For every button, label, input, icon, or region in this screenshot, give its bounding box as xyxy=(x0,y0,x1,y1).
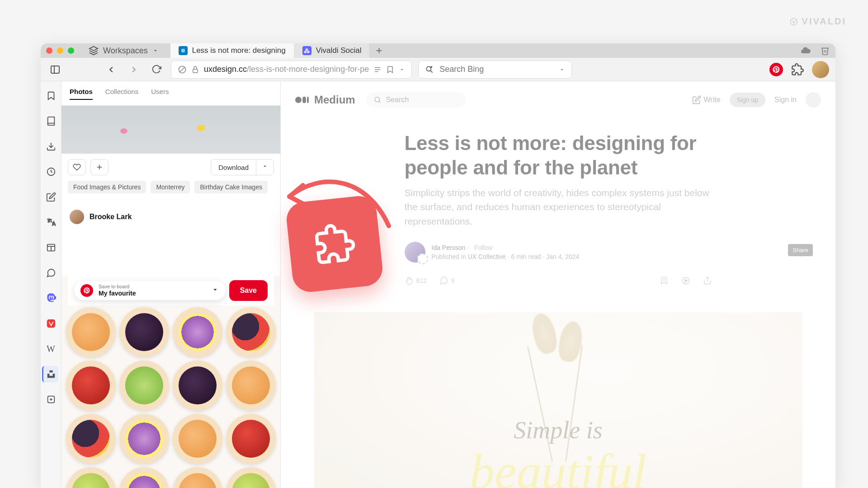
close-window-icon[interactable] xyxy=(46,47,52,54)
sessions-panel-icon[interactable] xyxy=(43,265,59,281)
download-button[interactable]: Download xyxy=(211,159,274,175)
unsplash-web-panel: Photos Collections Users Download Food I… xyxy=(61,81,281,488)
photo-author[interactable]: Brooke Lark xyxy=(61,201,280,233)
trash-icon[interactable] xyxy=(820,46,830,56)
photo-large[interactable] xyxy=(61,276,280,488)
tag-chip[interactable]: Monterrey xyxy=(151,181,190,193)
cloud-sync-icon[interactable] xyxy=(800,45,811,56)
medium-header: Medium Search Write Sign up Sign in xyxy=(281,92,835,117)
extensions-icon[interactable] xyxy=(791,63,804,76)
unsplash-tab-photos[interactable]: Photos xyxy=(70,88,93,100)
forward-button[interactable] xyxy=(126,61,142,78)
svg-point-0 xyxy=(790,18,797,25)
reload-button[interactable] xyxy=(148,61,165,78)
reader-mode-icon[interactable] xyxy=(373,66,382,74)
reading-list-panel-icon[interactable] xyxy=(43,113,59,129)
lock-icon[interactable] xyxy=(191,66,199,74)
listen-icon[interactable] xyxy=(681,276,690,285)
article-title: Less is not more: designing for people a… xyxy=(405,131,712,179)
content-blocker-icon[interactable] xyxy=(178,65,187,74)
clap-button[interactable]: 612 xyxy=(405,276,427,285)
url-text: uxdesign.cc/less-is-not-more-designing-f… xyxy=(204,65,369,74)
layers-icon xyxy=(89,46,99,56)
article-hero-image: Simple is beautiful xyxy=(314,312,802,488)
svg-line-25 xyxy=(379,101,381,103)
unsplash-panel-icon[interactable] xyxy=(42,366,58,382)
new-tab-button[interactable]: + xyxy=(370,43,388,58)
tag-chip[interactable]: Food Images & Pictures xyxy=(68,181,146,193)
history-panel-icon[interactable] xyxy=(43,164,59,180)
svg-point-24 xyxy=(375,97,380,102)
unsplash-tab-collections[interactable]: Collections xyxy=(105,88,138,100)
svg-point-12 xyxy=(431,66,432,67)
share-tooltip: Share xyxy=(788,244,813,256)
svg-marker-29 xyxy=(685,279,687,282)
avatar xyxy=(70,210,84,224)
medium-logo[interactable]: Medium xyxy=(295,94,355,106)
search-engine-icon xyxy=(425,65,434,74)
unsplash-tab-users[interactable]: Users xyxy=(151,88,169,100)
write-button[interactable]: Write xyxy=(692,95,721,104)
workspaces-menu[interactable]: Workspaces xyxy=(89,46,159,56)
search-input[interactable] xyxy=(439,65,553,74)
signup-button[interactable]: Sign up xyxy=(730,93,765,107)
svg-line-5 xyxy=(180,67,184,72)
mastodon-panel-icon[interactable] xyxy=(43,290,59,306)
svg-line-11 xyxy=(430,70,433,73)
browser-window: Workspaces Less is not more: designing ⁂… xyxy=(41,43,835,488)
article-subtitle: Simplicity strips the world of creativit… xyxy=(405,186,712,228)
signin-link[interactable]: Sign in xyxy=(774,96,797,104)
notes-panel-icon[interactable] xyxy=(43,189,59,205)
minimize-window-icon[interactable] xyxy=(57,47,63,54)
avatar[interactable] xyxy=(806,92,821,108)
vivaldi-watermark: VIVALDI xyxy=(789,16,846,27)
window-panel-icon[interactable] xyxy=(43,239,59,256)
profile-avatar[interactable] xyxy=(812,61,829,78)
favicon-icon xyxy=(179,46,188,55)
author-name[interactable]: Ida Persson xyxy=(432,244,466,251)
photo-thumbnail[interactable] xyxy=(61,106,280,154)
add-panel-button[interactable] xyxy=(43,391,59,408)
pinterest-save-button[interactable]: Save xyxy=(229,280,268,301)
search-icon xyxy=(373,96,382,104)
pinterest-save-overlay: Save to board My favourite Save xyxy=(68,276,274,305)
tab-uxdesign-article[interactable]: Less is not more: designing xyxy=(170,43,294,58)
wikipedia-panel-icon[interactable]: W xyxy=(43,341,59,357)
chevron-down-icon[interactable] xyxy=(399,66,405,73)
puzzle-piece-icon xyxy=(312,222,357,267)
download-options-icon[interactable] xyxy=(256,160,274,175)
maximize-window-icon[interactable] xyxy=(68,47,74,54)
translate-panel-icon[interactable] xyxy=(43,214,59,230)
chevron-down-icon xyxy=(211,286,219,296)
back-button[interactable] xyxy=(103,61,119,78)
publication-link[interactable]: UX Collective xyxy=(468,253,506,260)
medium-search[interactable]: Search xyxy=(366,92,466,108)
bookmark-icon[interactable] xyxy=(386,66,394,74)
save-bookmark-icon[interactable] xyxy=(660,276,669,285)
address-toolbar: uxdesign.cc/less-is-not-more-designing-f… xyxy=(41,58,835,81)
pinterest-icon xyxy=(80,284,93,297)
chevron-down-icon[interactable] xyxy=(559,66,565,73)
tab-vivaldi-social[interactable]: ⁂ Vivaldi Social xyxy=(294,43,370,58)
pinterest-board-selector[interactable]: Save to board My favourite xyxy=(74,281,226,300)
favicon-icon: ⁂ xyxy=(302,46,311,55)
search-field[interactable] xyxy=(418,61,572,79)
tag-chip[interactable]: Birthday Cake Images xyxy=(194,181,268,193)
svg-marker-1 xyxy=(90,47,98,51)
downloads-panel-icon[interactable] xyxy=(43,138,59,155)
share-icon[interactable] xyxy=(703,276,712,285)
like-button[interactable] xyxy=(68,159,86,175)
author-avatar[interactable] xyxy=(405,242,425,263)
address-bar[interactable]: uxdesign.cc/less-is-not-more-designing-f… xyxy=(171,61,412,79)
responses-button[interactable]: 9 xyxy=(439,276,455,285)
pinterest-extension-icon[interactable] xyxy=(769,63,783,76)
window-controls[interactable] xyxy=(46,47,74,54)
article-byline: Ida Persson · Follow Published in UX Col… xyxy=(405,242,712,263)
add-to-collection-button[interactable] xyxy=(90,159,108,175)
follow-link[interactable]: Follow xyxy=(474,244,492,251)
extension-callout-badge xyxy=(285,194,384,294)
side-panel: W xyxy=(41,81,61,488)
panel-toggle-button[interactable] xyxy=(47,61,63,78)
vivaldi-panel-icon[interactable] xyxy=(43,315,59,332)
bookmarks-panel-icon[interactable] xyxy=(43,88,59,104)
